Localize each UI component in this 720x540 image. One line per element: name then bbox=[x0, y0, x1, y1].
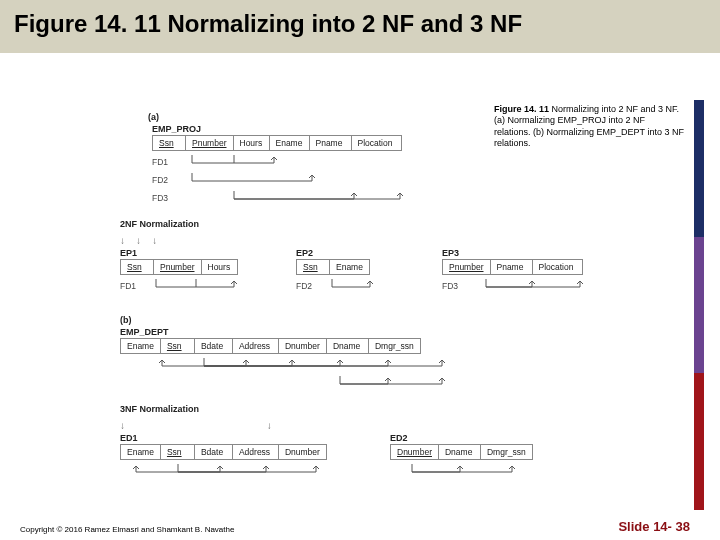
ep3-arrow-icon bbox=[468, 279, 618, 291]
col-pnumber: Pnumber bbox=[186, 135, 234, 151]
ed2-dmgrssn: Dmgr_ssn bbox=[481, 444, 533, 460]
ep2: EP2 Ssn Ename FD2 bbox=[296, 248, 412, 295]
empdept-fd2-arrow-icon bbox=[146, 376, 486, 388]
ed2-arrow-icon bbox=[390, 464, 550, 476]
emp-dept-name: EMP_DEPT bbox=[120, 327, 700, 337]
ep3-fd: FD3 bbox=[442, 281, 468, 291]
ep3-pnumber: Pnumber bbox=[442, 259, 491, 275]
ed-ssn: Ssn bbox=[161, 338, 195, 354]
part-b: (b) EMP_DEPT Ename Ssn Bdate Address Dnu… bbox=[120, 309, 700, 388]
ed1-ssn: Ssn bbox=[161, 444, 195, 460]
ed1-address: Address bbox=[233, 444, 279, 460]
ep2-name: EP2 bbox=[296, 248, 412, 258]
slide-title: Figure 14. 11 Normalizing into 2 NF and … bbox=[14, 10, 706, 39]
ep3-name: EP3 bbox=[442, 248, 618, 258]
down-arrows-icon-b: ↓ ↓ bbox=[120, 420, 700, 431]
part-a-label: (a) bbox=[148, 112, 159, 122]
ed-dname: Dname bbox=[327, 338, 369, 354]
col-pname: Pname bbox=[310, 135, 352, 151]
col-ssn: Ssn bbox=[152, 135, 186, 151]
col-plocation: Plocation bbox=[352, 135, 402, 151]
fd1-label: FD1 bbox=[152, 157, 178, 167]
col-hours: Hours bbox=[234, 135, 270, 151]
ep2-arrow-icon bbox=[322, 279, 412, 291]
ep1-arrow-icon bbox=[146, 279, 266, 291]
fd3-label: FD3 bbox=[152, 193, 178, 203]
ed2-name: ED2 bbox=[390, 433, 550, 443]
ep1-ssn: Ssn bbox=[120, 259, 154, 275]
ep1-hours: Hours bbox=[202, 259, 238, 275]
ed1-dnumber: Dnumber bbox=[279, 444, 327, 460]
emp-proj-name: EMP_PROJ bbox=[152, 124, 700, 134]
ep1-fd: FD1 bbox=[120, 281, 146, 291]
col-ename: Ename bbox=[270, 135, 310, 151]
ep1-pnumber: Pnumber bbox=[154, 259, 202, 275]
ed1-bdate: Bdate bbox=[195, 444, 233, 460]
fd2-arrow-icon bbox=[178, 173, 438, 185]
ed-dmgrssn: Dmgr_ssn bbox=[369, 338, 421, 354]
ep3: EP3 Pnumber Pname Plocation FD3 bbox=[442, 248, 618, 295]
ed1-arrow-icon bbox=[120, 464, 350, 476]
ed-dnumber: Dnumber bbox=[279, 338, 327, 354]
fd1-arrow-icon bbox=[178, 155, 438, 167]
slide-body: (a) EMP_PROJ Ssn Pnumber Hours Ename Pna… bbox=[0, 100, 720, 520]
empdept-fd1-arrow-icon bbox=[146, 358, 486, 370]
fd2-label: FD2 bbox=[152, 175, 178, 185]
ed-bdate: Bdate bbox=[195, 338, 233, 354]
down-arrows-icon: ↓ ↓ ↓ bbox=[120, 235, 700, 246]
norm2-label: 2NF Normalization bbox=[120, 219, 199, 229]
ep1: EP1 Ssn Pnumber Hours FD1 bbox=[120, 248, 266, 295]
ep2-fd: FD2 bbox=[296, 281, 322, 291]
emp-dept-schema: Ename Ssn Bdate Address Dnumber Dname Dm… bbox=[120, 338, 700, 354]
part-b-label: (b) bbox=[120, 315, 132, 325]
ed1-name: ED1 bbox=[120, 433, 350, 443]
part-a-result: 2NF Normalization ↓ ↓ ↓ EP1 Ssn Pnumber … bbox=[120, 213, 700, 295]
ed-address: Address bbox=[233, 338, 279, 354]
ep1-name: EP1 bbox=[120, 248, 266, 258]
ep2-ssn: Ssn bbox=[296, 259, 330, 275]
fd3-arrow-icon bbox=[178, 191, 438, 203]
footer: Copyright © 2016 Ramez Elmasri and Shamk… bbox=[20, 519, 690, 534]
emp-proj-fds: FD1 FD2 FD3 bbox=[152, 153, 700, 203]
ed2: ED2 Dnumber Dname Dmgr_ssn bbox=[390, 433, 550, 480]
title-band: Figure 14. 11 Normalizing into 2 NF and … bbox=[0, 0, 720, 53]
ep2-ename: Ename bbox=[330, 259, 370, 275]
ed-ename: Ename bbox=[120, 338, 161, 354]
copyright: Copyright © 2016 Ramez Elmasri and Shamk… bbox=[20, 525, 234, 534]
ed2-dname: Dname bbox=[439, 444, 481, 460]
ep3-plocation: Plocation bbox=[533, 259, 583, 275]
part-a: (a) EMP_PROJ Ssn Pnumber Hours Ename Pna… bbox=[152, 106, 700, 203]
ed1-ename: Ename bbox=[120, 444, 161, 460]
ed1: ED1 Ename Ssn Bdate Address Dnumber bbox=[120, 433, 350, 480]
norm3-label: 3NF Normalization bbox=[120, 404, 199, 414]
part-b-result: 3NF Normalization ↓ ↓ ED1 Ename Ssn Bdat… bbox=[120, 398, 700, 480]
ep3-pname: Pname bbox=[491, 259, 533, 275]
emp-proj-schema: Ssn Pnumber Hours Ename Pname Plocation bbox=[152, 135, 700, 151]
ed2-dnumber: Dnumber bbox=[390, 444, 439, 460]
slide-number: Slide 14- 38 bbox=[618, 519, 690, 534]
